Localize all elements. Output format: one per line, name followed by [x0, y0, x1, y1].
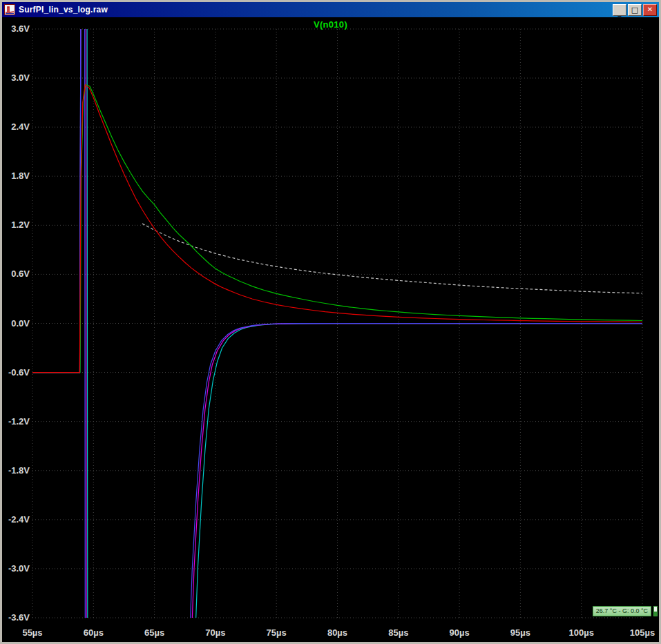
- y-tick-label: -2.4V: [8, 514, 30, 525]
- x-tick-label: 55µs: [22, 627, 42, 638]
- trace-magenta: [32, 17, 642, 634]
- waveform-plot[interactable]: 55µs60µs65µs70µs75µs80µs85µs90µs95µs100µ…: [2, 17, 659, 642]
- y-tick-label: -1.8V: [8, 465, 30, 476]
- maximize-button[interactable]: □: [628, 4, 642, 16]
- axis-labels: 55µs60µs65µs70µs75µs80µs85µs90µs95µs100µ…: [8, 23, 655, 638]
- trace-label-vn010[interactable]: V(n010): [2, 19, 659, 30]
- trace-green: [32, 85, 642, 373]
- trace-blue: [32, 17, 642, 634]
- x-tick-label: 70µs: [205, 627, 225, 638]
- maximize-icon: □: [631, 6, 638, 14]
- app-icon: [4, 4, 15, 15]
- plot-pane: 55µs60µs65µs70µs75µs80µs85µs90µs95µs100µ…: [2, 17, 659, 642]
- window-titlebar[interactable]: SurfPI_lin_vs_log.raw _ □ ✕: [2, 2, 659, 17]
- x-tick-label: 75µs: [267, 627, 287, 638]
- window-title: SurfPI_lin_vs_log.raw: [19, 5, 609, 14]
- trace-cyan: [32, 17, 642, 634]
- temperature-overlay: 26.7 °C - G: 0.0 °C: [593, 606, 651, 616]
- y-tick-label: 1.8V: [11, 170, 30, 181]
- y-tick-label: -0.6V: [8, 367, 30, 378]
- trace-red: [32, 85, 642, 373]
- trace-dashed-gray: [142, 224, 642, 293]
- y-tick-label: 3.0V: [11, 72, 30, 83]
- y-tick-label: -3.6V: [8, 612, 30, 623]
- x-tick-label: 65µs: [144, 627, 164, 638]
- temperature-gauge: [653, 606, 658, 616]
- x-tick-label: 105µs: [630, 627, 655, 638]
- y-tick-label: 1.2V: [11, 219, 30, 230]
- y-tick-label: 0.0V: [11, 318, 30, 329]
- close-button[interactable]: ✕: [643, 4, 657, 16]
- y-tick-label: -3.0V: [8, 563, 30, 574]
- y-tick-label: 2.4V: [11, 121, 30, 132]
- x-tick-label: 100µs: [568, 627, 593, 638]
- close-icon: ✕: [647, 6, 653, 13]
- minimize-button[interactable]: _: [613, 4, 626, 16]
- traces: [32, 17, 642, 634]
- x-tick-label: 60µs: [84, 627, 104, 638]
- y-tick-label: 0.6V: [11, 269, 30, 279]
- x-tick-label: 95µs: [510, 627, 530, 638]
- x-tick-label: 90µs: [450, 627, 470, 638]
- minimize-icon: _: [618, 9, 622, 16]
- window-controls: _ □ ✕: [613, 4, 657, 16]
- x-tick-label: 85µs: [388, 627, 408, 638]
- x-tick-label: 80µs: [327, 627, 347, 638]
- ltspice-waveform-window: SurfPI_lin_vs_log.raw _ □ ✕ 55µs60µs65µs…: [0, 0, 661, 644]
- y-tick-label: -1.2V: [8, 416, 30, 427]
